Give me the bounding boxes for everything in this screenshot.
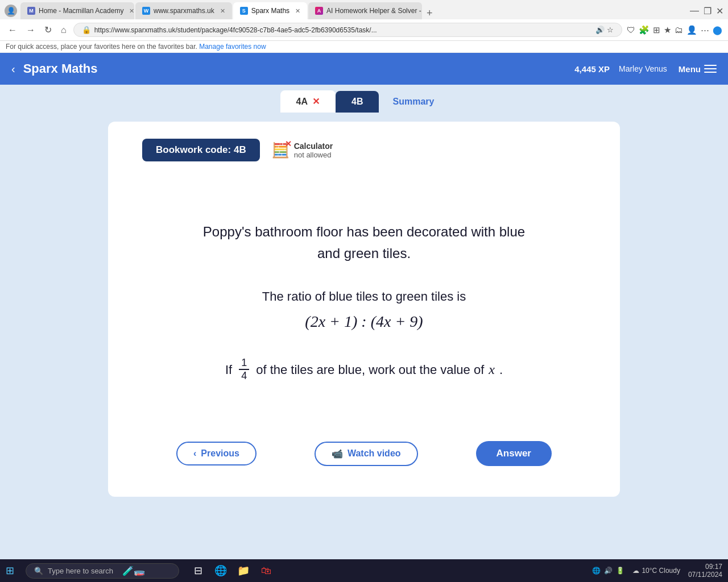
tab-favicon-macmillan: M	[27, 7, 35, 15]
tab-summary-label: Summary	[392, 97, 434, 106]
add-favorites-icon[interactable]: ★	[664, 25, 671, 35]
question-body: Poppy's bathroom floor has been decorate…	[142, 173, 586, 431]
shield-icon[interactable]: 🛡	[627, 25, 635, 35]
taskbar-time: 09:17 07/11/2024	[688, 563, 722, 579]
tab-label-sparxmaths: Sparx Maths	[251, 7, 289, 15]
weather-text: 10°C Cloudy	[642, 567, 680, 575]
calculator-info: 🧮 ✕ Calculator not allowed	[271, 142, 333, 159]
date-display: 07/11/2024	[688, 571, 722, 579]
question-card: Bookwork code: 4B 🧮 ✕ Calculator not all…	[108, 122, 620, 497]
close-window-icon[interactable]: ✕	[716, 6, 723, 16]
new-tab-button[interactable]: +	[423, 7, 436, 19]
back-button[interactable]: ←	[6, 24, 19, 36]
question-ratio: The ratio of blue tiles to green tiles i…	[262, 285, 466, 336]
windows-icon: ⊞	[6, 564, 14, 577]
answer-button[interactable]: Answer	[476, 441, 552, 466]
ratio-line1: The ratio of blue tiles to green tiles i…	[262, 285, 466, 308]
calculator-label: Calculator	[294, 142, 333, 151]
period: .	[499, 360, 503, 380]
search-decoration: 🧪🧫	[122, 566, 145, 576]
browser-tab-macmillan[interactable]: M Home - Macmillan Academy ✕	[20, 2, 134, 19]
tab-summary[interactable]: Summary	[379, 91, 448, 113]
collections-icon[interactable]: 🗂	[675, 25, 683, 35]
user-name: Marley Venus	[619, 64, 667, 73]
tab-4a-label: 4A	[296, 97, 308, 107]
browser-nav-bar: ← → ↻ ⌂ 🔒 https://www.sparxmaths.uk/stud…	[0, 19, 728, 41]
question-line1: Poppy's bathroom floor has been decorate…	[203, 221, 525, 243]
previous-chevron-icon: ‹	[193, 448, 196, 459]
browser-tab-ai[interactable]: A AI Homework Helper & Solver - ✕	[308, 2, 422, 19]
variable-x: x	[489, 359, 495, 380]
split-screen-icon[interactable]: ⊞	[653, 25, 660, 35]
tab-close-macmillan[interactable]: ✕	[129, 7, 134, 15]
card-header: Bookwork code: 4B 🧮 ✕ Calculator not all…	[142, 139, 586, 161]
tab-favicon-sparxmaths: S	[240, 7, 248, 15]
video-icon: 📹	[332, 448, 343, 459]
tab-4a[interactable]: 4A ✕	[280, 90, 336, 113]
taskbar-right: 🌐 🔊 🔋 ☁ 10°C Cloudy 09:17 07/11/2024	[592, 563, 722, 579]
lock-icon: 🔒	[82, 26, 91, 34]
sparx-app: ‹ Sparx Maths 4,445 XP Marley Venus Menu…	[0, 53, 728, 567]
system-tray-icons: 🌐 🔊 🔋	[592, 567, 624, 575]
tab-label-ai: AI Homework Helper & Solver -	[326, 7, 421, 15]
watch-video-button[interactable]: 📹 Watch video	[315, 442, 418, 466]
taskbar-app-edge[interactable]: 🌐	[212, 562, 229, 579]
browser-chrome: 👤 M Home - Macmillan Academy ✕ W www.spa…	[0, 0, 728, 53]
maximize-icon[interactable]: ❐	[704, 6, 712, 16]
minimize-icon[interactable]: —	[690, 6, 699, 16]
menu-label: Menu	[679, 64, 701, 74]
if-prefix: If	[225, 360, 232, 380]
window-controls: — ❐ ✕	[690, 6, 723, 16]
address-bar[interactable]: 🔒 https://www.sparxmaths.uk/student/pack…	[73, 23, 622, 37]
question-line2: and green tiles.	[203, 243, 525, 264]
answer-label: Answer	[497, 448, 531, 459]
tab-favicon-sparxuk: W	[142, 7, 150, 15]
browser-profile-icon[interactable]: 👤	[5, 5, 17, 17]
tab-4b[interactable]: 4B	[336, 91, 379, 113]
taskbar-app-taskview[interactable]: ⊟	[189, 562, 206, 579]
back-icon[interactable]: ‹	[11, 63, 15, 76]
taskbar-app-explorer[interactable]: 📁	[235, 562, 252, 579]
if-suffix: of the tiles are blue, work out the valu…	[256, 360, 484, 380]
favorites-bar: For quick access, place your favorites h…	[0, 41, 728, 53]
forward-button[interactable]: →	[24, 24, 38, 36]
tab-label-macmillan: Home - Macmillan Academy	[39, 7, 123, 15]
weather-display: ☁ 10°C Cloudy	[632, 567, 680, 575]
fraction-denominator: 4	[239, 370, 249, 383]
taskbar-search-box[interactable]: 🔍 Type here to search 🧪🧫	[26, 563, 179, 579]
previous-button[interactable]: ‹ Previous	[176, 442, 257, 465]
favorites-icon[interactable]: ☆	[607, 26, 614, 34]
tab-4b-label: 4B	[351, 97, 363, 106]
bookwork-code: Bookwork code: 4B	[142, 139, 260, 161]
extension-icon[interactable]: 🧩	[639, 25, 650, 35]
profile-icon[interactable]: 👤	[686, 25, 697, 35]
manage-favorites-link[interactable]: Manage favorites now	[199, 43, 266, 51]
tab-close-sparxuk[interactable]: ✕	[220, 7, 225, 15]
home-button[interactable]: ⌂	[59, 24, 69, 36]
read-aloud-icon[interactable]: 🔊	[595, 26, 605, 34]
browser-tab-sparxuk[interactable]: W www.sparxmaths.uk ✕	[135, 2, 232, 19]
browser-tab-bar-row: 👤 M Home - Macmillan Academy ✕ W www.spa…	[0, 0, 728, 19]
time-display: 09:17	[688, 563, 722, 571]
calculator-status-text: Calculator not allowed	[294, 142, 333, 159]
calculator-icon-wrap: 🧮 ✕	[271, 142, 289, 159]
taskbar-pinned-apps: ⊟ 🌐 📁 🛍	[189, 562, 275, 579]
refresh-button[interactable]: ↻	[42, 23, 54, 36]
browser-tab-sparxmaths[interactable]: S Sparx Maths ✕	[233, 2, 307, 19]
taskbar-app-store[interactable]: 🛍	[258, 562, 275, 579]
menu-button[interactable]: Menu	[679, 64, 717, 74]
browser-toolbar-icons: 🛡 🧩 ⊞ ★ 🗂 👤 ⋯ ⬤	[627, 25, 722, 35]
tab-label-sparxuk: www.sparxmaths.uk	[154, 7, 214, 15]
more-options-icon[interactable]: ⋯	[701, 25, 709, 35]
favorites-text: For quick access, place your favorites h…	[6, 43, 197, 51]
question-if-statement: If 1 4 of the tiles are blue, work out t…	[225, 357, 503, 383]
xp-display: 4,445 XP	[574, 64, 610, 74]
search-placeholder: Type here to search	[48, 567, 113, 575]
taskbar: ⊞ 🔍 Type here to search 🧪🧫 ⊟ 🌐 📁 🛍 🌐 🔊 🔋…	[0, 559, 728, 582]
tab-close-sparxmaths[interactable]: ✕	[295, 7, 300, 15]
main-content-area: Bookwork code: 4B 🧮 ✕ Calculator not all…	[0, 113, 728, 567]
url-display: https://www.sparxmaths.uk/student/packag…	[94, 26, 592, 34]
sparx-logo: Sparx Maths	[23, 61, 575, 76]
sparx-header: ‹ Sparx Maths 4,445 XP Marley Venus Menu	[0, 53, 728, 85]
start-button[interactable]: ⊞	[6, 564, 14, 577]
